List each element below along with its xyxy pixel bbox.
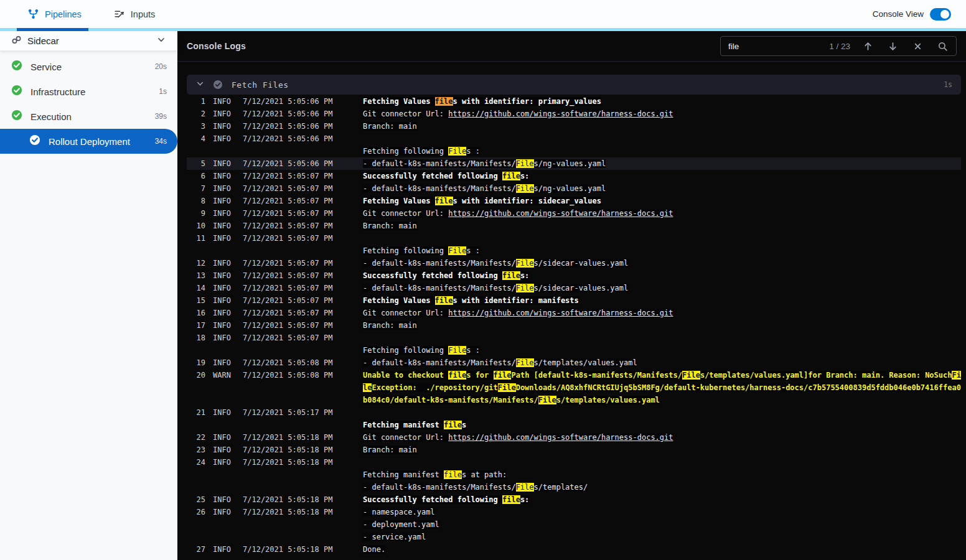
log-row[interactable]: 14INFO7/12/2021 5:05:07 PM- default-k8s-…	[187, 282, 961, 294]
log-text: s:	[520, 172, 529, 180]
search-input[interactable]	[728, 42, 828, 51]
log-text: Successfully fetched following	[363, 271, 502, 280]
log-section-header[interactable]: Fetch Files 1s	[187, 75, 961, 95]
search-highlight-match: File	[516, 184, 534, 193]
search-highlight-match: file	[444, 470, 462, 479]
tab-inputs[interactable]: Inputs	[114, 0, 156, 28]
log-row[interactable]: 21INFO7/12/2021 5:05:17 PM	[187, 406, 961, 419]
log-row[interactable]: 15INFO7/12/2021 5:05:07 PMFetching Value…	[187, 294, 961, 307]
log-timestamp: 7/12/2021 5:05:07 PM	[243, 195, 363, 207]
log-message: Unable to checkout files for filePath [d…	[363, 369, 961, 406]
log-row[interactable]: Fetching manifest files	[187, 419, 961, 431]
log-row[interactable]: 3INFO7/12/2021 5:05:06 PMBranch: main	[187, 120, 961, 133]
log-row[interactable]: 11INFO7/12/2021 5:05:07 PM	[187, 232, 961, 245]
log-text: Branch: main	[363, 222, 417, 230]
log-row[interactable]: 24INFO7/12/2021 5:05:18 PM	[187, 456, 961, 469]
log-row[interactable]: 27INFO7/12/2021 5:05:18 PMDone.	[187, 543, 961, 556]
search-icon[interactable]	[935, 39, 950, 54]
log-text: s/sidecar-values.yaml	[534, 259, 629, 268]
log-row[interactable]: 10INFO7/12/2021 5:05:07 PMBranch: main	[187, 220, 961, 232]
log-message: - default-k8s-manifests/Manifests/Files/…	[363, 357, 961, 369]
log-row[interactable]: 18INFO7/12/2021 5:05:07 PM	[187, 332, 961, 344]
log-row[interactable]: 17INFO7/12/2021 5:05:07 PMBranch: main	[187, 319, 961, 332]
sidebar-step-rollout-deployment[interactable]: Rollout Deployment34s	[0, 129, 177, 154]
log-line-number: 11	[187, 232, 205, 245]
active-tab-indicator	[17, 28, 88, 31]
log-line-number: 16	[187, 307, 205, 319]
log-level: INFO	[213, 506, 235, 518]
log-row[interactable]: - default-k8s-manifests/Manifests/Files/…	[187, 481, 961, 493]
log-row[interactable]: - deployment.yaml	[187, 518, 961, 531]
sidebar-step-service[interactable]: Service20s	[0, 54, 177, 79]
log-row[interactable]: Fetching following Files :	[187, 344, 961, 357]
log-link[interactable]: https://github.com/wings-software/harnes…	[448, 110, 673, 118]
chevron-down-icon[interactable]	[156, 35, 166, 47]
log-link[interactable]: https://github.com/wings-software/harnes…	[448, 209, 673, 218]
log-message: Fetching Values files with identifier: p…	[363, 95, 961, 108]
log-row[interactable]: Fetching following Files :	[187, 245, 961, 257]
sidebar-step-infrastructure[interactable]: Infrastructure1s	[0, 79, 177, 104]
log-message: - namespace.yaml	[363, 506, 961, 518]
log-lines: 1INFO7/12/2021 5:05:06 PMFetching Values…	[187, 95, 961, 556]
section-chevron-down-icon[interactable]	[195, 79, 205, 91]
tab-pipelines[interactable]: Pipelines	[28, 0, 82, 28]
log-text: Path [default-k8s-manifests/Manifests/	[511, 371, 682, 380]
log-row[interactable]: 22INFO7/12/2021 5:05:18 PMGit connector …	[187, 431, 961, 444]
log-timestamp: 7/12/2021 5:05:07 PM	[243, 257, 363, 269]
log-row[interactable]: 20WARN7/12/2021 5:05:08 PMUnable to chec…	[187, 369, 961, 406]
log-row[interactable]: 16INFO7/12/2021 5:05:07 PMGit connector …	[187, 307, 961, 319]
log-text: - default-k8s-manifests/Manifests/	[363, 483, 516, 492]
log-timestamp: 7/12/2021 5:05:07 PM	[243, 220, 363, 232]
log-row[interactable]: 1INFO7/12/2021 5:05:06 PMFetching Values…	[187, 95, 961, 108]
log-row[interactable]: 5INFO7/12/2021 5:05:06 PM- default-k8s-m…	[187, 157, 961, 170]
app-root: Pipelines Inputs Console View Sidecar	[0, 0, 966, 560]
log-row[interactable]: Fetching manifest files at path:	[187, 469, 961, 481]
log-message: Git connector Url: https://github.com/wi…	[363, 108, 961, 120]
stage-title: Sidecar	[27, 35, 156, 46]
log-text: s	[462, 421, 466, 429]
log-text: Fetching Values	[363, 97, 435, 106]
console-view-toggle[interactable]	[930, 8, 951, 21]
search-highlight-match: file	[494, 371, 512, 380]
log-row[interactable]: 2INFO7/12/2021 5:05:06 PMGit connector U…	[187, 108, 961, 120]
log-timestamp: 7/12/2021 5:05:18 PM	[243, 506, 363, 518]
log-line-number: 4	[187, 133, 205, 145]
next-match-button[interactable]	[885, 39, 900, 54]
log-link[interactable]: https://github.com/wings-software/harnes…	[448, 433, 673, 442]
log-row[interactable]: 25INFO7/12/2021 5:05:18 PMSuccessfully f…	[187, 493, 961, 506]
previous-match-button[interactable]	[860, 39, 875, 54]
log-text: Fetching manifest	[363, 421, 444, 429]
log-line-number: 24	[187, 456, 205, 469]
log-row[interactable]: 7INFO7/12/2021 5:05:07 PM- default-k8s-m…	[187, 182, 961, 195]
log-level: INFO	[213, 319, 235, 332]
log-message: - default-k8s-manifests/Manifests/Files/…	[363, 282, 961, 294]
log-row[interactable]: 13INFO7/12/2021 5:05:07 PMSuccessfully f…	[187, 269, 961, 282]
log-link[interactable]: https://github.com/wings-software/harnes…	[448, 309, 673, 317]
step-status-icon	[11, 110, 22, 123]
log-row[interactable]: 4INFO7/12/2021 5:05:06 PM	[187, 133, 961, 145]
top-tabs: Pipelines Inputs	[28, 0, 155, 28]
log-timestamp: 7/12/2021 5:05:18 PM	[243, 543, 363, 556]
log-row[interactable]: 8INFO7/12/2021 5:05:07 PMFetching Values…	[187, 195, 961, 207]
log-message: - deployment.yaml	[363, 518, 961, 531]
log-level: INFO	[213, 406, 235, 419]
log-row[interactable]: 6INFO7/12/2021 5:05:07 PMSuccessfully fe…	[187, 170, 961, 182]
log-message: Git connector Url: https://github.com/wi…	[363, 207, 961, 220]
console-logs-title: Console Logs	[187, 41, 246, 51]
log-text: s :	[466, 246, 480, 255]
log-row[interactable]: - service.yaml	[187, 531, 961, 543]
stage-header-sidecar[interactable]: Sidecar	[0, 31, 177, 51]
log-row[interactable]: 26INFO7/12/2021 5:05:18 PM- namespace.ya…	[187, 506, 961, 518]
log-text: s :	[466, 147, 480, 156]
tab-pipelines-label: Pipelines	[45, 9, 82, 19]
log-row[interactable]: 19INFO7/12/2021 5:05:08 PM- default-k8s-…	[187, 357, 961, 369]
clear-search-button[interactable]	[910, 39, 925, 54]
log-row[interactable]: 12INFO7/12/2021 5:05:07 PM- default-k8s-…	[187, 257, 961, 269]
section-title: Fetch Files	[232, 80, 289, 90]
log-level: INFO	[213, 294, 235, 307]
log-row[interactable]: 9INFO7/12/2021 5:05:07 PMGit connector U…	[187, 207, 961, 220]
sidebar-step-execution[interactable]: Execution39s	[0, 104, 177, 129]
log-row[interactable]: Fetching following Files :	[187, 145, 961, 157]
log-text: Git connector Url:	[363, 309, 448, 317]
log-row[interactable]: 23INFO7/12/2021 5:05:18 PMBranch: main	[187, 444, 961, 456]
